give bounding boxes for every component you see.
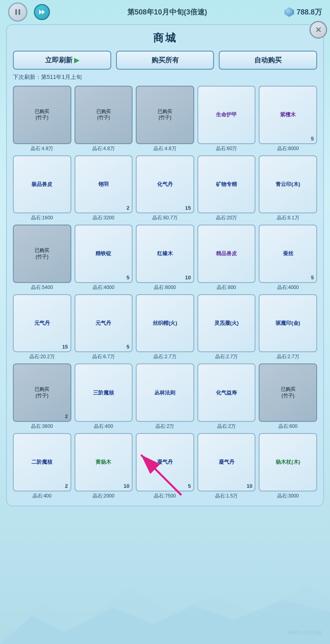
item-box-15[interactable]: 元气丹15 <box>13 294 71 353</box>
item-box-13[interactable]: 精品兽皮 <box>197 225 256 283</box>
item-cell-9: 青云印(木)晶石:8.1万 <box>259 155 317 222</box>
item-name-18: 灵炁履(火) <box>214 320 239 327</box>
refresh-label: 立即刷新 <box>45 56 73 65</box>
item-box-7[interactable]: 化气丹15 <box>136 155 194 214</box>
item-cell-11: 精铁锭5晶石:4000 <box>75 225 133 291</box>
item-box-22[interactable]: 丛林法则 <box>136 363 194 422</box>
item-price-3: 晶石:60万 <box>216 145 237 152</box>
item-price-12: 晶石:8000 <box>154 284 176 291</box>
item-price-25: 晶石:400 <box>33 493 52 500</box>
item-box-2[interactable]: 已购买(竹子) <box>136 86 194 144</box>
item-name-22: 丛林法则 <box>154 389 175 396</box>
svg-marker-3 <box>42 10 45 14</box>
item-price-7: 晶石:60.7万 <box>152 215 178 221</box>
refresh-button[interactable]: 立即刷新 ▶ <box>13 51 111 70</box>
pause-button[interactable] <box>8 2 27 22</box>
item-qty-14: 5 <box>311 275 314 281</box>
item-name-15: 元气丹 <box>34 320 50 327</box>
svg-rect-0 <box>15 9 17 15</box>
item-cell-2: 已购买(竹子)晶石:4.8万 <box>136 86 194 152</box>
item-box-18[interactable]: 灵炁履(火) <box>197 294 256 353</box>
item-price-19: 晶石:2.7万 <box>277 353 299 360</box>
item-price-15: 晶石:20.2万 <box>29 353 55 360</box>
item-cell-7: 化气丹15晶石:60.7万 <box>136 155 194 222</box>
item-box-12[interactable]: 红橡木10 <box>136 225 194 283</box>
purchased-overlay-2: 已购买(竹子) <box>158 109 172 121</box>
item-cell-3: 生命护甲晶石:60万 <box>197 86 256 152</box>
item-box-21[interactable]: 三阶魔核 <box>75 363 133 422</box>
buy-all-button[interactable]: 购买所有 <box>116 51 214 70</box>
item-name-14: 蚕丝 <box>283 250 293 257</box>
item-cell-5: 极品兽皮晶石:1600 <box>13 155 71 222</box>
item-box-28[interactable]: 凝气丹10 <box>197 433 256 491</box>
item-box-4[interactable]: 紫檀木5 <box>259 86 317 144</box>
item-box-16[interactable]: 元气丹5 <box>75 294 133 353</box>
item-box-1[interactable]: 已购买(竹子) <box>75 86 133 144</box>
item-name-9: 青云印(木) <box>276 181 300 188</box>
item-box-26[interactable]: 黄杨木10 <box>75 433 133 491</box>
purchased-overlay-10: 已购买(竹子) <box>35 248 49 260</box>
item-qty-4: 5 <box>311 136 314 142</box>
purchased-overlay-24: 已购买(竹子) <box>281 386 295 399</box>
item-box-24[interactable]: 已购买(竹子) <box>259 363 317 422</box>
item-cell-15: 元气丹15晶石:20.2万 <box>13 294 71 361</box>
item-name-3: 生命护甲 <box>216 111 237 118</box>
item-cell-24: 已购买(竹子)晶石:600 <box>259 363 317 430</box>
item-cell-28: 凝气丹10晶石:1.5万 <box>197 433 256 500</box>
close-button[interactable]: ✕ <box>309 21 327 39</box>
item-box-23[interactable]: 化气益寿 <box>197 363 256 422</box>
item-name-21: 三阶魔核 <box>93 389 114 396</box>
item-cell-16: 元气丹5晶石:6.7万 <box>75 294 133 361</box>
item-name-19: 驱魔印(金) <box>276 320 300 327</box>
item-price-11: 晶石:4000 <box>93 284 114 291</box>
item-name-5: 极品兽皮 <box>31 181 52 188</box>
item-cell-8: 矿物专精晶石:20万 <box>197 155 256 222</box>
item-price-9: 晶石:8.1万 <box>277 215 299 221</box>
item-price-18: 晶石:2.7万 <box>215 353 238 360</box>
item-box-5[interactable]: 极品兽皮 <box>13 155 71 214</box>
item-cell-6: 翎羽2晶石:3200 <box>75 155 133 222</box>
item-price-17: 晶石:2.7万 <box>154 353 176 360</box>
item-box-10[interactable]: 已购买(竹子) <box>13 225 71 283</box>
gem-icon <box>284 7 294 17</box>
item-name-4: 紫檀木 <box>280 111 296 118</box>
item-box-25[interactable]: 二阶魔核2 <box>13 433 71 491</box>
item-name-12: 红橡木 <box>157 250 173 257</box>
item-box-6[interactable]: 翎羽2 <box>75 155 133 214</box>
item-qty-28: 10 <box>247 483 252 489</box>
item-price-29: 晶石:3000 <box>277 493 299 500</box>
item-box-27[interactable]: 凝气丹5 <box>136 433 194 491</box>
item-cell-13: 精品兽皮晶石:800 <box>197 225 256 291</box>
purchased-overlay-1: 已购买(竹子) <box>96 109 111 121</box>
item-cell-20: 已购买(竹子)2晶石:3600 <box>13 363 71 430</box>
item-box-11[interactable]: 精铁锭5 <box>75 225 133 283</box>
item-qty-16: 5 <box>127 344 129 350</box>
item-box-29[interactable]: 杨木杖(木) <box>259 433 317 491</box>
item-box-20[interactable]: 已购买(竹子)2 <box>13 363 71 422</box>
item-qty-6: 2 <box>127 205 129 211</box>
item-price-2: 晶石:4.8万 <box>154 145 176 152</box>
item-cell-1: 已购买(竹子)晶石:4.8万 <box>75 86 133 152</box>
item-cell-14: 蚕丝5晶石:4000 <box>259 225 317 291</box>
item-cell-26: 黄杨木10晶石:2000 <box>75 433 133 500</box>
item-price-4: 晶石:8000 <box>277 145 299 152</box>
auto-buy-label: 自动购买 <box>254 56 282 65</box>
item-box-14[interactable]: 蚕丝5 <box>259 225 317 283</box>
item-name-16: 元气丹 <box>95 320 111 327</box>
item-box-17[interactable]: 丝织帽(火) <box>136 294 194 353</box>
item-name-17: 丝织帽(火) <box>153 320 177 327</box>
item-box-19[interactable]: 驱魔印(金) <box>259 294 317 353</box>
item-box-8[interactable]: 矿物专精 <box>197 155 256 214</box>
item-cell-27: 凝气丹5晶石:7500 <box>136 433 194 500</box>
item-qty-26: 10 <box>124 483 129 489</box>
fast-forward-button[interactable] <box>34 4 50 20</box>
item-qty-7: 15 <box>185 205 191 211</box>
item-box-9[interactable]: 青云印(木) <box>259 155 317 214</box>
auto-buy-button[interactable]: 自动购买 <box>219 51 317 70</box>
item-box-0[interactable]: 已购买(竹子) <box>13 86 71 144</box>
item-cell-22: 丛林法则晶石:2万 <box>136 363 194 430</box>
item-box-3[interactable]: 生命护甲 <box>197 86 256 144</box>
item-price-14: 晶石:4000 <box>277 284 299 291</box>
item-name-28: 凝气丹 <box>219 458 235 466</box>
watermark: Baidu 百度经验 <box>289 629 322 636</box>
